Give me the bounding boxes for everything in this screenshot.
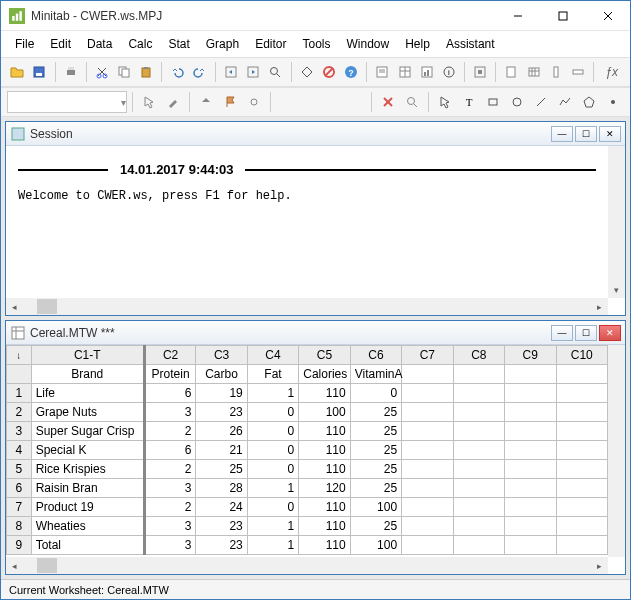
row-number[interactable]: 6 (7, 479, 32, 498)
text-tool-icon[interactable]: T (458, 91, 480, 113)
print-icon[interactable] (60, 61, 80, 83)
cell[interactable]: 2 (144, 422, 195, 441)
cell[interactable] (556, 517, 608, 536)
cell[interactable]: 0 (247, 403, 298, 422)
minimize-button[interactable] (495, 1, 540, 31)
menu-window[interactable]: Window (339, 33, 398, 55)
cell[interactable]: 25 (350, 422, 401, 441)
show-worksheet-icon[interactable] (394, 61, 414, 83)
cell[interactable] (505, 498, 556, 517)
cell[interactable]: 25 (350, 517, 401, 536)
menu-edit[interactable]: Edit (42, 33, 79, 55)
cell[interactable] (402, 536, 453, 555)
column-header[interactable]: C9 (505, 346, 556, 365)
cell[interactable]: 6 (144, 441, 195, 460)
column-header[interactable]: C3 (196, 346, 247, 365)
cell[interactable]: 25 (350, 460, 401, 479)
column-header[interactable]: C2 (144, 346, 195, 365)
pointer-tool-icon[interactable] (138, 91, 160, 113)
cell[interactable]: Wheaties (31, 517, 144, 536)
cell[interactable]: 100 (350, 536, 401, 555)
cell[interactable] (402, 460, 453, 479)
cell[interactable] (505, 536, 556, 555)
paste-icon[interactable] (136, 61, 156, 83)
menu-assistant[interactable]: Assistant (438, 33, 503, 55)
row-number[interactable]: 9 (7, 536, 32, 555)
cell[interactable] (505, 384, 556, 403)
cell[interactable]: Product 19 (31, 498, 144, 517)
worksheet-scrollbar-vertical[interactable] (608, 345, 625, 557)
cell[interactable]: 25 (350, 479, 401, 498)
polyline-tool-icon[interactable] (554, 91, 576, 113)
column-header[interactable]: C6 (350, 346, 401, 365)
rect-tool-icon[interactable] (482, 91, 504, 113)
column-name[interactable]: Brand (31, 365, 144, 384)
cell[interactable]: 23 (196, 536, 247, 555)
cell[interactable]: 100 (350, 498, 401, 517)
row-number[interactable]: 1 (7, 384, 32, 403)
link-icon[interactable] (243, 91, 265, 113)
cell[interactable]: 0 (350, 384, 401, 403)
worksheet-minimize-button[interactable]: — (551, 325, 573, 341)
flag-icon[interactable] (219, 91, 241, 113)
cell[interactable]: Grape Nuts (31, 403, 144, 422)
session-output[interactable]: 14.01.2017 9:44:03 Welcome to CWER.ws, p… (6, 146, 608, 298)
cell[interactable]: 110 (299, 517, 350, 536)
cell[interactable]: 100 (299, 403, 350, 422)
save-icon[interactable] (29, 61, 49, 83)
cell[interactable] (505, 403, 556, 422)
session-minimize-button[interactable]: — (551, 126, 573, 142)
cell[interactable]: 26 (196, 422, 247, 441)
cell[interactable]: 1 (247, 384, 298, 403)
column-name[interactable]: Protein (144, 365, 195, 384)
cell[interactable] (402, 441, 453, 460)
polygon-tool-icon[interactable] (578, 91, 600, 113)
cell[interactable] (453, 517, 504, 536)
column-name[interactable]: Fat (247, 365, 298, 384)
row-number[interactable]: 8 (7, 517, 32, 536)
column-header[interactable]: C4 (247, 346, 298, 365)
cell[interactable]: 110 (299, 536, 350, 555)
session-maximize-button[interactable]: ☐ (575, 126, 597, 142)
cell[interactable] (402, 403, 453, 422)
cell[interactable]: 3 (144, 403, 195, 422)
cell[interactable] (556, 460, 608, 479)
show-info-icon[interactable]: i (439, 61, 459, 83)
marker-tool-icon[interactable] (602, 91, 624, 113)
cell[interactable]: 23 (196, 517, 247, 536)
cell[interactable] (505, 441, 556, 460)
close-button[interactable] (585, 1, 630, 31)
menu-calc[interactable]: Calc (120, 33, 160, 55)
cell[interactable]: 110 (299, 441, 350, 460)
menu-help[interactable]: Help (397, 33, 438, 55)
cell[interactable]: 0 (247, 441, 298, 460)
session-close-button[interactable]: ✕ (599, 126, 621, 142)
cell[interactable]: Life (31, 384, 144, 403)
cell[interactable] (453, 441, 504, 460)
column-name[interactable] (505, 365, 556, 384)
menu-data[interactable]: Data (79, 33, 120, 55)
column-name[interactable]: Carbo (196, 365, 247, 384)
session-scrollbar-vertical[interactable]: ▾ (608, 146, 625, 298)
worksheet-scrollbar-horizontal[interactable]: ◂▸ (6, 557, 608, 574)
cell[interactable] (556, 479, 608, 498)
cell[interactable] (402, 422, 453, 441)
column-header[interactable]: C7 (402, 346, 453, 365)
row-icon[interactable] (568, 61, 588, 83)
cell[interactable]: Super Sugar Crisp (31, 422, 144, 441)
column-name[interactable] (556, 365, 608, 384)
magnify-icon[interactable] (401, 91, 423, 113)
cut-icon[interactable] (92, 61, 112, 83)
cell[interactable]: 1 (247, 479, 298, 498)
cell[interactable]: 21 (196, 441, 247, 460)
table-view-icon[interactable] (524, 61, 544, 83)
row-number[interactable]: 7 (7, 498, 32, 517)
cell[interactable]: 19 (196, 384, 247, 403)
row-number[interactable]: 2 (7, 403, 32, 422)
cell[interactable]: 3 (144, 479, 195, 498)
cell[interactable] (556, 384, 608, 403)
cell[interactable]: 25 (196, 460, 247, 479)
cell[interactable]: Total (31, 536, 144, 555)
brush-tool-icon[interactable] (162, 91, 184, 113)
worksheet-titlebar[interactable]: Cereal.MTW *** — ☐ ✕ (6, 321, 625, 345)
